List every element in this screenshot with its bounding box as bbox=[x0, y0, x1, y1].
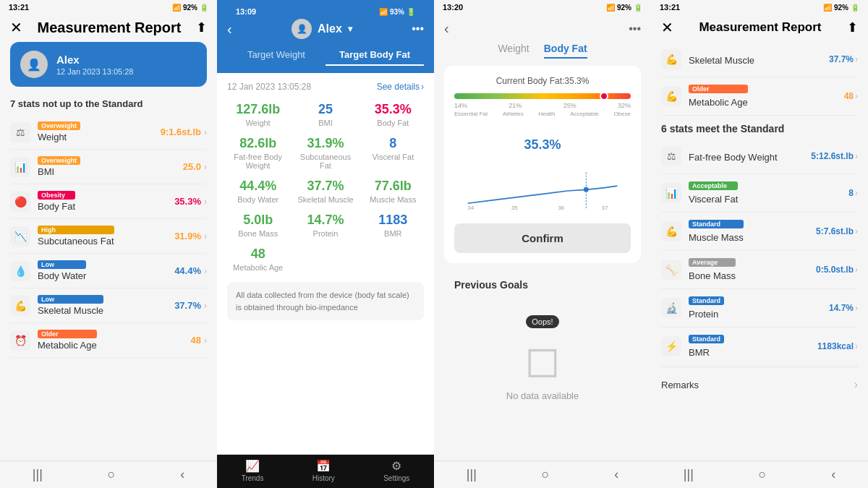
p2-metric-protein[interactable]: 14.7% Protein bbox=[294, 213, 356, 238]
p2-metric-label-bmr: BMR bbox=[362, 229, 424, 238]
confirm-button[interactable]: Confirm bbox=[454, 223, 631, 253]
p2-metric-label-skeletal: Skeletal Muscle bbox=[294, 195, 356, 204]
more-icon-p3[interactable]: ••• bbox=[629, 22, 641, 35]
p2-metric-weight[interactable]: 127.6lb Weight bbox=[227, 102, 289, 127]
stat-name-weight: Weight bbox=[38, 132, 80, 142]
nav-history[interactable]: 📅 History bbox=[312, 459, 335, 482]
remarks-label: Remarks bbox=[661, 380, 699, 390]
stat-item-metabage[interactable]: ⏰ Older Metabolic Age 48 › bbox=[10, 323, 207, 358]
tab-weight-p3[interactable]: Weight bbox=[498, 43, 529, 59]
stat-value-metabage: 48 bbox=[191, 335, 201, 346]
nav-menu-p3[interactable]: ||| bbox=[467, 467, 477, 482]
stat-item-bodywater[interactable]: 💧 Low Body Water 44.4% › bbox=[10, 254, 207, 288]
nav-back-p1[interactable]: ‹ bbox=[180, 467, 184, 482]
nav-menu-p4[interactable]: ||| bbox=[684, 467, 694, 482]
stat-left-bodyfat: 🔴 Obesity Body Fat bbox=[10, 191, 75, 212]
p4-bottom-value-protein: 14.7% bbox=[829, 303, 854, 313]
signal-p4: 📶 bbox=[823, 4, 832, 12]
p4-stat-left-skeletal-muscle: 💪 Skeletal Muscle bbox=[661, 49, 754, 69]
p3-content: Current Body Fat:35.3% 14% 21% 25% 32% E… bbox=[434, 66, 651, 461]
stat-badge-weight: Overweight bbox=[38, 121, 80, 130]
more-icon-p2[interactable]: ••• bbox=[412, 22, 424, 35]
p4-bottom-icon-protein: 🔬 bbox=[661, 298, 681, 318]
trends-icon: 📈 bbox=[245, 459, 260, 473]
p2-metric-bodyfat[interactable]: 35.3% Body Fat bbox=[362, 102, 424, 127]
p2-metric-skeletal[interactable]: 37.7% Skeletal Muscle bbox=[294, 179, 356, 204]
p3-bottom-nav: ||| ○ ‹ bbox=[434, 461, 651, 488]
p4-title: Measurement Report bbox=[699, 20, 821, 35]
gauge-bar bbox=[454, 93, 631, 99]
p2-metric-value-bonemass: 5.0lb bbox=[227, 213, 289, 228]
remarks-row[interactable]: Remarks › bbox=[661, 369, 858, 400]
p4-bottom-stat-bonemass[interactable]: 🦴 Average Bone Mass 0:5.0st.lb › bbox=[661, 251, 858, 289]
user-date-p1: 12 Jan 2023 13:05:28 bbox=[56, 67, 133, 76]
nav-back-p3[interactable]: ‹ bbox=[614, 467, 618, 482]
stat-icon-bodywater: 💧 bbox=[10, 261, 30, 281]
stat-left-bodywater: 💧 Low Body Water bbox=[10, 260, 86, 281]
battery-p2: 93% bbox=[390, 8, 404, 16]
p2-metric-metabage[interactable]: 48 Metabolic Age bbox=[227, 247, 289, 272]
p4-bottom-stat-visceral[interactable]: 📊 Acceptable Visceral Fat 8 › bbox=[661, 174, 858, 213]
p4-bottom-stat-muscle[interactable]: 💪 Standard Muscle Mass 5:7.6st.lb › bbox=[661, 213, 858, 251]
p4-section-label: 6 stats meet the Standard bbox=[661, 116, 858, 139]
p4-stat-name-metabolic-age: Metabolic Age bbox=[689, 97, 748, 108]
chevron-b-muscle: › bbox=[855, 226, 858, 236]
nav-settings[interactable]: ⚙ Settings bbox=[383, 459, 409, 482]
p2-metric-bonemass[interactable]: 5.0lb Bone Mass bbox=[227, 213, 289, 238]
time-p2: 13:09 bbox=[236, 7, 256, 16]
back-icon-p3[interactable]: ‹ bbox=[444, 20, 449, 37]
stat-item-bodyfat[interactable]: 🔴 Obesity Body Fat 35.3% › bbox=[10, 184, 207, 219]
p4-bottom-stat-bmr[interactable]: ⚡ Standard BMR 1183kcal › bbox=[661, 328, 858, 366]
nav-back-p4[interactable]: ‹ bbox=[831, 467, 835, 482]
share-icon-p1[interactable]: ⬆ bbox=[196, 20, 207, 35]
gauge-labels: 14% 21% 25% 32% bbox=[454, 102, 631, 109]
share-icon-p4[interactable]: ⬆ bbox=[847, 20, 858, 35]
p2-info-box: All data collected from the device (body… bbox=[227, 282, 424, 320]
tab-target-bodyfat[interactable]: Target Body Fat bbox=[326, 45, 424, 66]
tab-bodyfat-p3[interactable]: Body Fat bbox=[544, 43, 587, 59]
p4-stat-row-skeletal-muscle[interactable]: 💪 Skeletal Muscle 37.7% › bbox=[661, 42, 858, 77]
p2-metric-bmr[interactable]: 1183 BMR bbox=[362, 213, 424, 238]
time-p4: 13:21 bbox=[660, 3, 680, 12]
stat-name-bodyfat: Body Fat bbox=[38, 201, 75, 212]
close-icon-p4[interactable]: ✕ bbox=[661, 19, 673, 36]
stat-badge-bmi: Overweight bbox=[38, 156, 80, 165]
p2-metric-label-bonemass: Bone Mass bbox=[227, 229, 289, 238]
p4-bottom-icon-muscle: 💪 bbox=[661, 221, 681, 241]
p4-stat-row-metabolic-age[interactable]: 💪 Older Metabolic Age 48 › bbox=[661, 77, 858, 116]
p2-metric-bmi[interactable]: 25 BMI bbox=[294, 102, 356, 127]
tab-target-weight[interactable]: Target Weight bbox=[227, 45, 326, 66]
nav-trends[interactable]: 📈 Trends bbox=[242, 459, 264, 482]
p2-metric-value-subcut: 31.9% bbox=[294, 136, 356, 151]
nav-menu-p1[interactable]: ||| bbox=[33, 467, 43, 482]
badge-b-protein: Standard bbox=[689, 296, 724, 305]
p4-bottom-stat-protein[interactable]: 🔬 Standard Protein 14.7% › bbox=[661, 289, 858, 328]
chevron-icon-bodywater: › bbox=[204, 266, 207, 276]
p2-content: 12 Jan 2023 13:05:28 See details › 127.6… bbox=[217, 73, 434, 454]
p2-metric-fatfree[interactable]: 82.6lb Fat-free Body Weight bbox=[227, 136, 289, 170]
p2-metric-visceral[interactable]: 8 Visceral Fat bbox=[362, 136, 424, 170]
cube-icon: ◻ bbox=[524, 334, 561, 385]
chevron-down-icon-p2: ▾ bbox=[348, 24, 352, 34]
see-details-link[interactable]: See details › bbox=[377, 82, 424, 92]
avatar-p2: 👤 bbox=[292, 19, 312, 39]
p2-metric-muscle[interactable]: 77.6lb Muscle Mass bbox=[362, 179, 424, 204]
p2-metric-label-visceral: Visceral Fat bbox=[362, 153, 424, 161]
p2-metric-subcut[interactable]: 31.9% Subcutaneous Fat bbox=[294, 136, 356, 170]
stat-item-skeletal[interactable]: 💪 Low Skeletal Muscle 37.7% › bbox=[10, 288, 207, 323]
nav-home-p3[interactable]: ○ bbox=[542, 467, 550, 482]
close-icon-p1[interactable]: ✕ bbox=[10, 19, 22, 36]
stat-item-bmi[interactable]: 📊 Overweight BMI 25.0 › bbox=[10, 150, 207, 184]
p2-metric-bodywater[interactable]: 44.4% Body Water bbox=[227, 179, 289, 204]
p2-back-icon[interactable]: ‹ bbox=[227, 21, 232, 38]
p2-date: 12 Jan 2023 13:05:28 bbox=[227, 82, 311, 92]
chevron-icon-bmi: › bbox=[204, 162, 207, 172]
stat-label-wrap-subcut: High Subcutaneous Fat bbox=[38, 226, 114, 247]
stat-item-weight[interactable]: ⚖ Overweight Weight 9:1.6st.lb › bbox=[10, 115, 207, 150]
nav-history-label: History bbox=[312, 474, 335, 482]
p4-bottom-stat-fatfree[interactable]: ⚖ Fat-free Body Weight 5:12.6st.lb › bbox=[661, 139, 858, 174]
nav-home-p1[interactable]: ○ bbox=[108, 467, 116, 482]
nav-home-p4[interactable]: ○ bbox=[759, 467, 767, 482]
stat-item-subcut[interactable]: 📉 High Subcutaneous Fat 31.9% › bbox=[10, 219, 207, 254]
panel-3-body-fat: 13:20 📶 92% 🔋 ‹ ••• Weight Body Fat Curr… bbox=[434, 0, 651, 488]
